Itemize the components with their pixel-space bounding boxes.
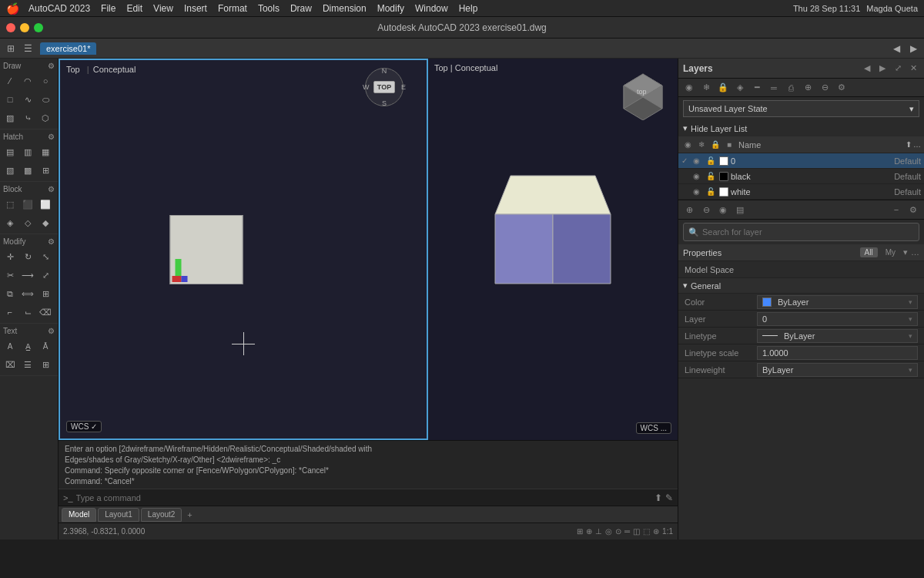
menu-tools[interactable]: Tools <box>258 3 280 14</box>
transparency-icon[interactable]: ◫ <box>633 527 640 536</box>
toolbar-icon-4[interactable]: ▶ <box>906 41 921 56</box>
pt-linetype-icon[interactable]: ━ <box>749 80 765 96</box>
line-tool[interactable]: ∕ <box>2 72 18 89</box>
hatch-btn[interactable]: ▤ <box>2 143 18 160</box>
minimize-button[interactable] <box>20 23 29 32</box>
lh-lock-icon[interactable]: 🔒 <box>709 139 721 151</box>
offset-btn[interactable]: ⤢ <box>37 267 54 284</box>
close-button[interactable] <box>6 23 15 32</box>
block-btn-4[interactable]: ◈ <box>2 214 18 231</box>
layer-search-input[interactable] <box>702 227 914 237</box>
text-settings-icon[interactable]: ⚙ <box>48 327 55 335</box>
hatch-btn-2[interactable]: ▧ <box>2 162 18 179</box>
layer-0-eye-icon[interactable]: ◉ <box>693 156 704 165</box>
hatch-tool[interactable]: ▨ <box>2 109 18 126</box>
apple-menu[interactable]: 🍎 <box>6 2 19 15</box>
polyline-tool[interactable]: ⤷ <box>19 109 36 126</box>
mirror-btn[interactable]: ⟺ <box>19 285 36 302</box>
menu-dimension[interactable]: Dimension <box>323 3 367 14</box>
panel-icon-1[interactable]: ◀ <box>861 62 873 75</box>
osnap-icon[interactable]: ⊙ <box>615 527 621 536</box>
gizmo-icon[interactable]: ⊛ <box>653 527 659 536</box>
gradient-btn[interactable]: ▥ <box>19 143 36 160</box>
lh-color-icon[interactable]: ■ <box>723 139 735 151</box>
pt-lock-icon[interactable]: 🔒 <box>715 80 731 96</box>
spline-tool[interactable]: ∿ <box>19 91 36 108</box>
wcs-left[interactable]: WCS ✓ <box>66 421 102 432</box>
props-tab-my[interactable]: My <box>881 247 900 257</box>
menu-edit[interactable]: Edit <box>126 3 142 14</box>
active-tab[interactable]: exercise01* <box>40 42 96 55</box>
hatch-btn-3[interactable]: ▩ <box>19 162 36 179</box>
pt-settings-icon[interactable]: ⚙ <box>834 80 849 96</box>
lineweight-icon[interactable]: ═ <box>624 527 630 536</box>
block-header[interactable]: Block ⚙ <box>0 183 58 195</box>
text-btn-2[interactable]: A̲ <box>19 338 36 355</box>
menu-view[interactable]: View <box>153 3 173 14</box>
menu-autocad[interactable]: AutoCAD 2023 <box>28 3 90 14</box>
layer-prop-value[interactable]: 0 ▾ <box>757 312 918 326</box>
props-tab-all[interactable]: All <box>860 247 878 257</box>
scale-btn[interactable]: ⤡ <box>37 248 54 265</box>
boundary-btn[interactable]: ▦ <box>37 143 54 160</box>
snap-icon[interactable]: ⊕ <box>586 527 592 536</box>
toolbar-icon-1[interactable]: ⊞ <box>3 41 18 56</box>
layer-white-eye-icon[interactable]: ◉ <box>693 187 704 196</box>
modify-settings-icon[interactable]: ⚙ <box>48 237 55 246</box>
toolbar-icon-2[interactable]: ☰ <box>20 41 35 56</box>
menu-insert[interactable]: Insert <box>184 3 207 14</box>
toolbar-icon-3[interactable]: ◀ <box>889 41 904 56</box>
lh-freeze-icon[interactable]: ❄ <box>695 139 708 151</box>
text-header[interactable]: Text ⚙ <box>0 325 58 337</box>
block-btn-2[interactable]: ⬛ <box>19 196 36 213</box>
pt-delete-icon[interactable]: ⊖ <box>817 80 832 96</box>
lbt-icon-1[interactable]: ⊕ <box>681 202 697 217</box>
panel-close-icon[interactable]: ✕ <box>907 62 919 75</box>
copy-btn[interactable]: ⧉ <box>2 285 18 302</box>
menu-file[interactable]: File <box>101 3 116 14</box>
move-btn[interactable]: ✛ <box>2 248 18 265</box>
selection-icon[interactable]: ⬚ <box>643 527 650 536</box>
annotation-icon[interactable]: 1:1 <box>662 527 673 536</box>
cmd-icon-2[interactable]: ✎ <box>665 492 673 503</box>
lineweight-value[interactable]: ByLayer ▾ <box>757 363 918 377</box>
pt-print-icon[interactable]: ⎙ <box>783 80 798 96</box>
block-settings-icon[interactable]: ⚙ <box>48 185 55 193</box>
pt-newlayer-icon[interactable]: ⊕ <box>800 80 815 96</box>
layer-black-color[interactable] <box>719 172 728 181</box>
polar-icon[interactable]: ◎ <box>605 527 612 536</box>
layer-row-black[interactable]: ◉ 🔓 black Default <box>678 169 924 184</box>
hatch-header[interactable]: Hatch ⚙ <box>0 131 58 143</box>
region-tool[interactable]: ⬡ <box>37 109 54 126</box>
circle-tool[interactable]: ○ <box>37 72 54 89</box>
tab-layout2[interactable]: Layout2 <box>141 508 182 522</box>
trim-btn[interactable]: ✂ <box>2 267 18 284</box>
layer-row-white[interactable]: ◉ 🔓 white Default <box>678 184 924 200</box>
extend-btn[interactable]: ⟶ <box>19 267 36 284</box>
hatch-btn-4[interactable]: ⊞ <box>37 162 54 179</box>
text-btn-4[interactable]: ⌧ <box>2 356 18 373</box>
rect-tool[interactable]: □ <box>2 91 18 108</box>
viewcube[interactable]: top <box>616 66 670 122</box>
arc-tool[interactable]: ◠ <box>19 72 36 89</box>
modify-header[interactable]: Modify ⚙ <box>0 236 58 247</box>
grid-icon[interactable]: ⊞ <box>577 527 583 536</box>
hatch-settings-icon[interactable]: ⚙ <box>48 133 55 141</box>
tab-model[interactable]: Model <box>62 508 96 522</box>
pt-lineweight-icon[interactable]: ═ <box>766 80 782 96</box>
draw-header[interactable]: Draw ⚙ <box>0 60 58 72</box>
lbt-icon-2[interactable]: ⊖ <box>698 202 714 217</box>
layer-black-lock-icon[interactable]: 🔓 <box>706 172 717 180</box>
menu-format[interactable]: Format <box>218 3 247 14</box>
text-btn-5[interactable]: ☰ <box>19 356 36 373</box>
layer-0-color[interactable] <box>719 156 728 166</box>
layer-state-dropdown[interactable]: Unsaved Layer State ▾ <box>683 100 919 117</box>
cmd-input[interactable] <box>76 493 651 502</box>
layer-black-eye-icon[interactable]: ◉ <box>693 172 704 180</box>
linetype-value[interactable]: ByLayer ▾ <box>757 329 918 343</box>
text-btn-3[interactable]: Ā <box>37 338 54 355</box>
hide-layer-toggle[interactable]: ▾ Hide Layer List <box>678 120 924 136</box>
ellipse-tool[interactable]: ⬭ <box>37 91 54 108</box>
block-btn-3[interactable]: ⬜ <box>37 196 54 213</box>
props-more-icon[interactable]: … <box>911 247 919 257</box>
